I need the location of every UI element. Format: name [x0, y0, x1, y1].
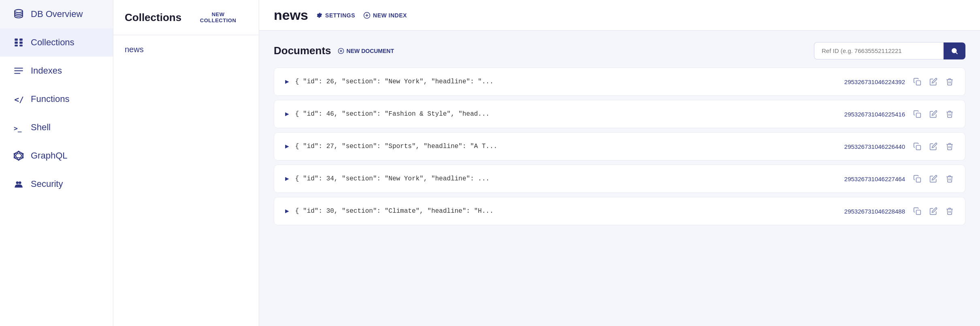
svg-point-25	[16, 182, 19, 184]
copy-button[interactable]	[912, 141, 923, 152]
sidebar-item-functions-label: Functions	[31, 94, 69, 104]
table-row: ► { "id": 46, "section": "Fashion & Styl…	[274, 100, 965, 128]
table-row: ► { "id": 26, "section": "New York", "he…	[274, 68, 965, 96]
delete-button[interactable]	[944, 141, 955, 152]
doc-actions	[912, 108, 955, 120]
sidebar-item-indexes-label: Indexes	[31, 66, 62, 76]
new-index-button[interactable]: NEW INDEX	[363, 12, 407, 19]
document-rows-container: ► { "id": 26, "section": "New York", "he…	[274, 68, 965, 225]
doc-preview: { "id": 30, "section": "Climate", "headl…	[295, 207, 844, 215]
collection-item-news[interactable]: news	[113, 38, 259, 61]
svg-point-26	[19, 182, 21, 184]
main-header: news SETTINGS NEW INDEX	[259, 0, 980, 31]
edit-button[interactable]	[928, 108, 939, 120]
delete-button[interactable]	[944, 173, 955, 184]
sidebar: DB Overview Collections Indexes	[0, 0, 113, 326]
delete-button[interactable]	[944, 205, 955, 217]
indexes-icon	[13, 66, 24, 76]
svg-rect-2	[19, 38, 23, 40]
svg-rect-36	[916, 113, 921, 118]
edit-button[interactable]	[928, 205, 939, 217]
table-row: ► { "id": 30, "section": "Climate", "hea…	[274, 197, 965, 225]
collections-panel-title: Collections	[125, 11, 181, 24]
svg-rect-5	[15, 44, 18, 46]
delete-button[interactable]	[944, 108, 955, 120]
svg-rect-1	[15, 38, 18, 40]
db-icon	[13, 9, 24, 19]
collections-panel: Collections NEW COLLECTION news	[113, 0, 259, 326]
table-row: ► { "id": 27, "section": "Sports", "head…	[274, 132, 965, 161]
doc-ref-id: 295326731046228488	[844, 208, 905, 215]
svg-point-0	[15, 10, 23, 13]
doc-actions	[912, 141, 955, 152]
sidebar-item-db-overview-label: DB Overview	[31, 9, 83, 19]
sidebar-item-security[interactable]: Security	[0, 170, 113, 198]
edit-button[interactable]	[928, 173, 939, 184]
copy-button[interactable]	[912, 108, 923, 120]
copy-button[interactable]	[912, 205, 923, 217]
doc-actions	[912, 76, 955, 87]
doc-ref-id: 295326731046226440	[844, 143, 905, 150]
svg-text:</>: </>	[14, 95, 24, 104]
doc-preview: { "id": 27, "section": "Sports", "headli…	[295, 143, 844, 150]
edit-button[interactable]	[928, 76, 939, 87]
svg-rect-3	[15, 42, 18, 44]
sidebar-item-indexes[interactable]: Indexes	[0, 57, 113, 85]
doc-actions	[912, 173, 955, 184]
expand-icon[interactable]: ►	[284, 143, 290, 150]
svg-rect-37	[916, 146, 921, 150]
search-button[interactable]	[944, 42, 965, 59]
functions-icon: </>	[13, 94, 24, 104]
copy-button[interactable]	[912, 173, 923, 184]
sidebar-item-collections-label: Collections	[31, 37, 75, 48]
doc-preview: { "id": 26, "section": "New York", "head…	[295, 78, 844, 85]
svg-rect-38	[916, 178, 921, 182]
expand-icon[interactable]: ►	[284, 78, 290, 85]
sidebar-item-graphql[interactable]: GraphQL	[0, 142, 113, 170]
expand-icon[interactable]: ►	[284, 110, 290, 118]
sidebar-item-functions[interactable]: </> Functions	[0, 85, 113, 113]
doc-ref-id: 295326731046225416	[844, 111, 905, 118]
documents-title: Documents	[274, 44, 331, 57]
expand-icon[interactable]: ►	[284, 175, 290, 182]
doc-ref-id: 295326731046224392	[844, 78, 905, 85]
collections-icon	[13, 37, 24, 48]
collection-list: news	[113, 35, 259, 64]
security-icon	[13, 179, 24, 189]
documents-toolbar: Documents NEW DOCUMENT	[274, 42, 965, 59]
new-collection-button[interactable]: NEW COLLECTION	[189, 9, 247, 26]
sidebar-item-shell[interactable]: >_ Shell	[0, 113, 113, 142]
new-document-button[interactable]: NEW DOCUMENT	[338, 48, 394, 54]
sidebar-item-graphql-label: GraphQL	[31, 150, 68, 161]
ref-id-input[interactable]	[814, 42, 944, 59]
search-area	[814, 42, 965, 59]
svg-rect-39	[916, 210, 921, 215]
expand-icon[interactable]: ►	[284, 207, 290, 215]
delete-button[interactable]	[944, 76, 955, 87]
table-row: ► { "id": 34, "section": "New York", "he…	[274, 165, 965, 193]
doc-preview: { "id": 46, "section": "Fashion & Style"…	[295, 110, 844, 118]
collections-panel-header: Collections NEW COLLECTION	[113, 0, 259, 35]
svg-rect-6	[19, 44, 23, 46]
sidebar-item-db-overview[interactable]: DB Overview	[0, 0, 113, 28]
svg-text:>_: >_	[14, 125, 22, 132]
svg-line-34	[956, 52, 957, 53]
settings-label: SETTINGS	[325, 12, 355, 19]
new-document-label: NEW DOCUMENT	[347, 48, 394, 54]
doc-ref-id: 295326731046227464	[844, 176, 905, 182]
main-content: news SETTINGS NEW INDEX Documents	[259, 0, 980, 326]
new-index-label: NEW INDEX	[373, 12, 407, 19]
settings-button[interactable]: SETTINGS	[316, 12, 355, 19]
shell-icon: >_	[13, 122, 24, 133]
graphql-icon	[13, 150, 24, 161]
doc-actions	[912, 205, 955, 217]
svg-rect-4	[19, 42, 23, 44]
copy-button[interactable]	[912, 76, 923, 87]
active-collection-name: news	[274, 7, 308, 23]
edit-button[interactable]	[928, 141, 939, 152]
sidebar-item-security-label: Security	[31, 179, 63, 189]
doc-preview: { "id": 34, "section": "New York", "head…	[295, 175, 844, 182]
sidebar-item-collections[interactable]: Collections	[0, 28, 113, 57]
sidebar-item-shell-label: Shell	[31, 122, 51, 133]
documents-area: Documents NEW DOCUMENT	[259, 31, 980, 326]
